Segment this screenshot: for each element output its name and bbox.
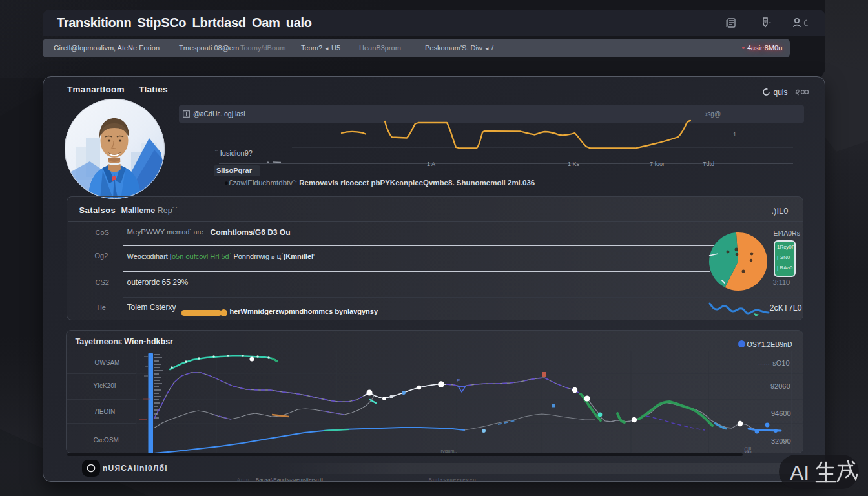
svg-text:AI: AI <box>790 461 809 484</box>
svg-text:P: P <box>457 378 460 384</box>
